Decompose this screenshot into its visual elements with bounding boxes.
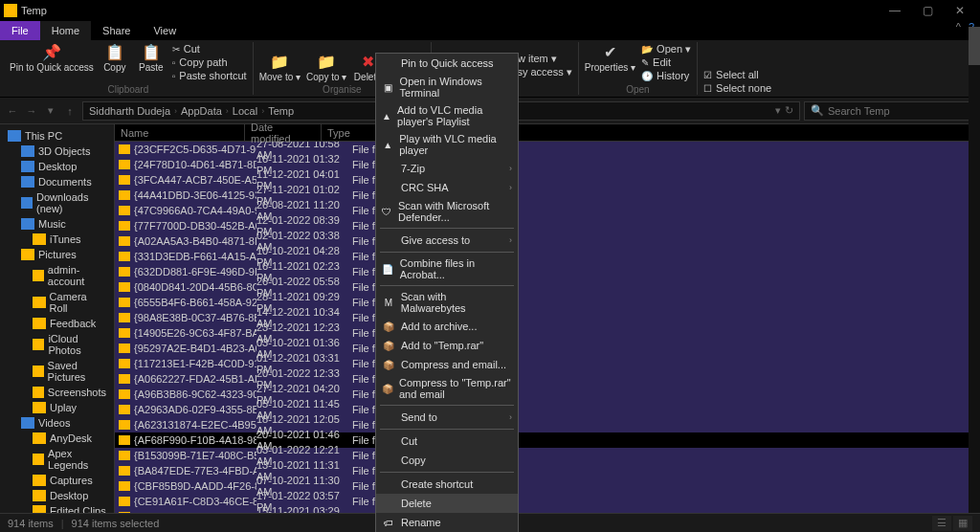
file-row[interactable]: {A0662227-FDA2-45B1-AF7E-BD03744614…20-0… bbox=[115, 371, 980, 387]
file-row[interactable]: {B153099B-71E7-408C-B511-3393F96B7B3}03-… bbox=[115, 448, 980, 463]
sidebar-item[interactable]: This PC bbox=[0, 128, 114, 144]
sidebar-item[interactable]: AnyDesk bbox=[0, 431, 114, 446]
col-date[interactable]: Date modified bbox=[245, 124, 322, 141]
file-row[interactable]: {CBF85B9D-AADD-4F26-8B95-24667B440…07-10… bbox=[115, 478, 980, 494]
context-item[interactable]: CRC SHA› bbox=[376, 178, 518, 197]
sidebar-item[interactable]: Desktop bbox=[0, 488, 114, 503]
sidebar-item[interactable]: Camera Roll bbox=[0, 289, 114, 316]
sidebar-item[interactable]: Downloads (new) bbox=[0, 189, 114, 216]
tab-view[interactable]: View bbox=[142, 21, 188, 40]
move-to-button[interactable]: 📁Move to ▾ bbox=[259, 52, 301, 82]
context-item[interactable]: Cut bbox=[376, 432, 518, 451]
tab-home[interactable]: Home bbox=[40, 21, 91, 40]
open-button[interactable]: 📂 Open ▾ bbox=[641, 42, 691, 55]
select-all-button[interactable]: ☑ Select all bbox=[703, 68, 771, 81]
sidebar-item[interactable]: Desktop bbox=[0, 159, 114, 174]
breadcrumb-segment[interactable]: Siddharth Dudeja bbox=[89, 105, 170, 117]
breadcrumb-segment[interactable]: AppData bbox=[181, 105, 222, 117]
context-item[interactable]: ▲Add to VLC media player's Playlist bbox=[376, 101, 518, 130]
context-item[interactable]: Give access to› bbox=[376, 231, 518, 250]
cut-button[interactable]: ✂ Cut bbox=[172, 42, 247, 55]
context-item[interactable]: 📦Add to archive... bbox=[376, 317, 518, 336]
maximize-button[interactable]: ▢ bbox=[911, 0, 944, 21]
file-row[interactable]: {632DD881-6F9E-496D-9DEB-6D4AE75B8…16-11… bbox=[115, 264, 980, 279]
select-none-button[interactable]: ☐ Select none bbox=[703, 81, 771, 95]
tab-share[interactable]: Share bbox=[91, 21, 142, 40]
file-row[interactable]: {AF68F990-F10B-4A18-989B-6429A3967A…20-1… bbox=[115, 432, 980, 448]
file-row[interactable]: {117213E1-F42B-4C0D-913D-394CC93185…01-1… bbox=[115, 356, 980, 371]
file-row[interactable]: {95297A2E-B4D1-4B23-A68C-EB11FB7076…03-1… bbox=[115, 341, 980, 356]
close-button[interactable]: ✕ bbox=[944, 0, 976, 21]
context-item[interactable]: 🛡Scan with Microsoft Defender... bbox=[376, 197, 518, 226]
file-row[interactable]: {BA847EDE-77E3-4FBD-A522-E1D404F697…13-1… bbox=[115, 463, 980, 478]
up-button[interactable]: ↑ bbox=[61, 102, 78, 120]
refresh-icon[interactable]: ↻ bbox=[785, 104, 793, 117]
context-item[interactable]: 📄Combine files in Acrobat... bbox=[376, 255, 518, 283]
sidebar-item[interactable]: iCloud Photos bbox=[0, 331, 114, 358]
file-row[interactable]: {77F7700D-DB30-452B-A6EB-37EA4CF38E…12-0… bbox=[115, 218, 980, 233]
back-button[interactable]: ← bbox=[4, 102, 21, 120]
address-dropdown-icon[interactable]: ▾ bbox=[775, 104, 781, 117]
file-row[interactable]: {CE91A61F-C8D3-46CE-8C2C-36A2E3154…17-01… bbox=[115, 494, 980, 509]
properties-button[interactable]: ✔Properties ▾ bbox=[585, 42, 635, 82]
view-details-icon[interactable]: ☰ bbox=[932, 516, 951, 531]
context-item[interactable]: Pin to Quick access bbox=[376, 54, 518, 73]
sidebar-item[interactable]: Feedback bbox=[0, 316, 114, 331]
copy-button[interactable]: 📋Copy bbox=[100, 42, 130, 82]
edit-button[interactable]: ✎ Edit bbox=[641, 55, 691, 69]
sidebar-item[interactable]: 3D Objects bbox=[0, 144, 114, 159]
forward-button[interactable]: → bbox=[23, 102, 40, 120]
context-item[interactable]: 7-Zip› bbox=[376, 159, 518, 178]
search-input[interactable] bbox=[828, 105, 969, 117]
file-row[interactable]: {6555B4F6-B661-458A-923B-5CAD148F75…28-1… bbox=[115, 295, 980, 310]
pin-quick-access-button[interactable]: 📌Pin to Quick access bbox=[10, 42, 94, 82]
sidebar-item[interactable]: Music bbox=[0, 216, 114, 232]
context-item[interactable]: 📦Compress and email... bbox=[376, 355, 518, 374]
file-row[interactable]: {14905E26-9C63-4F87-BAA3-61ADD6DD21…23-1… bbox=[115, 325, 980, 341]
context-item[interactable]: MScan with Malwarebytes bbox=[376, 288, 518, 317]
sidebar-item[interactable]: admin-account bbox=[0, 262, 114, 289]
sidebar-item[interactable]: Saved Pictures bbox=[0, 358, 114, 385]
file-row[interactable]: {98A8E38B-0C37-4B76-8B0A-AA530CCA3…14-12… bbox=[115, 310, 980, 325]
context-item[interactable]: 🏷Rename bbox=[376, 513, 518, 532]
context-item[interactable]: ▣Open in Windows Terminal bbox=[376, 73, 518, 101]
context-item[interactable]: Copy bbox=[376, 451, 518, 470]
recent-dropdown[interactable]: ▾ bbox=[42, 102, 59, 120]
breadcrumb-segment[interactable]: Temp bbox=[268, 105, 294, 117]
file-row[interactable]: {0840D841-20D4-45B6-8C6B-3954ECD174…26-0… bbox=[115, 279, 980, 295]
view-large-icon[interactable]: ▦ bbox=[953, 516, 972, 531]
context-item[interactable]: 📦Add to "Temp.rar" bbox=[376, 336, 518, 355]
paste-shortcut-button[interactable]: ▫ Paste shortcut bbox=[172, 69, 247, 82]
sidebar-item[interactable]: Apex Legends bbox=[0, 446, 114, 473]
file-row[interactable]: {A02AA5A3-B4B0-4871-8BFB-E3C1BE7571…02-0… bbox=[115, 233, 980, 249]
copy-to-button[interactable]: 📁Copy to ▾ bbox=[306, 52, 346, 82]
file-row[interactable]: {44A41DBD-3E06-4125-932D-F1F3BDD09…27-11… bbox=[115, 188, 980, 203]
col-type[interactable]: Type bbox=[322, 124, 379, 141]
breadcrumb-segment[interactable]: Local bbox=[233, 105, 257, 117]
file-list[interactable]: {23CFF2C5-D635-4D71-9C3D-C5BEDBF25…27-08… bbox=[115, 142, 980, 532]
context-item[interactable]: Delete bbox=[376, 494, 518, 513]
file-row[interactable]: {3FCA447-ACB7-450E-A59C-A2FA8006E…11-12-… bbox=[115, 172, 980, 188]
context-item[interactable]: 📦Compress to "Temp.rar" and email bbox=[376, 374, 518, 403]
context-item[interactable]: ▲Play with VLC media player bbox=[376, 130, 518, 159]
context-item[interactable]: Create shortcut bbox=[376, 475, 518, 494]
col-name[interactable]: Name bbox=[115, 124, 245, 141]
sidebar-item[interactable]: Captures bbox=[0, 473, 114, 488]
file-row[interactable]: {A96B3B86-9C62-4323-9059-F7169BDFD1…27-1… bbox=[115, 387, 980, 402]
file-row[interactable]: {A623131874-E2EC-4B95-858B-45ZD448949…18… bbox=[115, 417, 980, 432]
ribbon-collapse-icon[interactable]: ^ bbox=[956, 21, 961, 40]
scrollbar[interactable] bbox=[969, 27, 980, 513]
minimize-button[interactable]: — bbox=[879, 0, 911, 21]
file-row[interactable]: {23CFF2C5-D635-4D71-9C3D-C5BEDBF25…27-08… bbox=[115, 142, 980, 157]
paste-button[interactable]: 📋Paste bbox=[136, 42, 167, 82]
sidebar-item[interactable]: Documents bbox=[0, 174, 114, 189]
file-row[interactable]: {331D3EDB-F661-4A15-AB9B-F9C18DB84…10-10… bbox=[115, 249, 980, 264]
search-box[interactable]: 🔍 bbox=[804, 101, 976, 121]
copy-path-button[interactable]: ▫ Copy path bbox=[172, 55, 247, 69]
sidebar-item[interactable]: iTunes bbox=[0, 232, 114, 247]
sidebar-item[interactable]: Videos bbox=[0, 415, 114, 431]
sidebar-item[interactable]: Screenshots bbox=[0, 385, 114, 400]
scrollbar-thumb[interactable] bbox=[969, 27, 980, 65]
file-row[interactable]: {47C9966A0-7CA4-49A0-9D18-3A0EDF2DA…26-0… bbox=[115, 203, 980, 218]
file-row[interactable]: {A2963AD6-02F9-4355-8B08-AD2FF32E22…05-1… bbox=[115, 402, 980, 417]
